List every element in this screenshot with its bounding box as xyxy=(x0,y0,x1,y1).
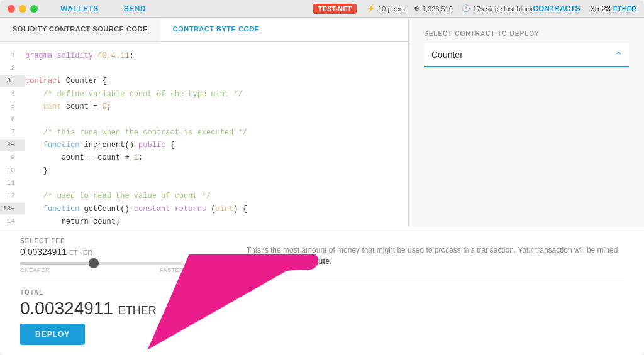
code-line-3: 3+ contract Counter { xyxy=(0,75,408,87)
fee-hint-text: This is the most amount of money that mi… xyxy=(247,246,618,254)
line-num-13: 13+ xyxy=(0,203,25,215)
tab-solidity-source[interactable]: SOLIDITY CONTRACT SOURCE CODE xyxy=(0,18,160,41)
fee-hint-end: . xyxy=(330,257,331,266)
nav-send[interactable]: SEND xyxy=(111,4,158,13)
balance-amount: 35.28 xyxy=(591,4,611,13)
total-unit: ETHER xyxy=(118,304,157,317)
line-num-12: 12 xyxy=(0,190,25,202)
bottom-area: SELECT FEE 0.00324911 ETHER CHEAPER FAST… xyxy=(0,227,644,355)
code-content-1: pragma solidity ^0.4.11; xyxy=(25,50,134,62)
time-since-block: 17s since last block xyxy=(473,5,533,13)
code-content-7: /* this runs when the contract is execut… xyxy=(25,126,247,139)
main-content: SOLIDITY CONTRACT SOURCE CODE CONTRACT B… xyxy=(0,18,644,355)
faster-label: FASTER xyxy=(160,267,184,273)
deploy-section: DEPLOY xyxy=(20,324,624,345)
code-panel: SOLIDITY CONTRACT SOURCE CODE CONTRACT B… xyxy=(0,18,409,227)
line-num-7: 7 xyxy=(0,126,25,138)
code-editor[interactable]: 1 pragma solidity ^0.4.11; 2 3+ contract… xyxy=(0,42,408,227)
minimize-button[interactable] xyxy=(19,5,26,13)
balance-display: 35.28 ETHER xyxy=(591,4,636,13)
line-num-1: 1 xyxy=(0,50,25,62)
fee-value: 0.00324911 xyxy=(20,247,67,257)
line-num-9: 9 xyxy=(0,151,25,163)
content-area: SOLIDITY CONTRACT SOURCE CODE CONTRACT B… xyxy=(0,18,644,227)
code-content-12: /* used to read the value of count */ xyxy=(25,190,211,202)
peers-count: 10 peers xyxy=(378,5,405,13)
fee-hint: This is the most amount of money that mi… xyxy=(247,244,624,267)
fee-hint-bold: usually within a minute xyxy=(247,257,330,266)
block-icon: ⊕ xyxy=(414,4,419,13)
code-content-14: return count; xyxy=(25,216,120,227)
code-line-9: 9 count = count + 1; xyxy=(0,151,408,164)
code-tabs: SOLIDITY CONTRACT SOURCE CODE CONTRACT B… xyxy=(0,18,408,42)
code-content-9: count = count + 1; xyxy=(25,151,143,164)
deploy-button[interactable]: DEPLOY xyxy=(20,324,85,345)
fee-amount: 0.00324911 ETHER xyxy=(20,247,221,257)
code-content-8: function increment() public { xyxy=(25,139,175,151)
slider-labels: CHEAPER FASTER xyxy=(20,267,184,273)
fee-slider-container xyxy=(20,262,221,265)
code-content-13: function getCount() constant returns (ui… xyxy=(25,203,247,216)
contract-select[interactable]: Counter xyxy=(424,43,629,67)
time-icon: 🕐 xyxy=(462,4,470,13)
code-line-5: 5 uint count = 0; xyxy=(0,101,408,113)
code-content-3: contract Counter { xyxy=(25,75,107,87)
code-line-1: 1 pragma solidity ^0.4.11; xyxy=(0,50,408,62)
line-num-5: 5 xyxy=(0,101,25,112)
fee-slider-track xyxy=(20,262,184,265)
code-content-4: /* define variable count of the type uin… xyxy=(25,88,243,101)
balance-unit: ETHER xyxy=(613,5,636,13)
network-badge: TEST-NET xyxy=(313,4,357,14)
titlebar: WALLETS SEND TEST-NET ⚡ 10 peers ⊕ 1,326… xyxy=(0,0,644,18)
code-line-2: 2 xyxy=(0,62,408,75)
status-items: ⚡ 10 peers ⊕ 1,326,510 🕐 17s since last … xyxy=(367,4,533,13)
code-content-10: } xyxy=(25,165,48,177)
peers-icon: ⚡ xyxy=(367,4,375,13)
contract-select-wrapper: Counter ⌃ xyxy=(424,43,629,67)
fee-unit: ETHER xyxy=(69,249,92,256)
code-line-14: 14 return count; xyxy=(0,216,408,227)
line-num-3: 3+ xyxy=(0,75,25,87)
line-num-4: 4 xyxy=(0,88,25,100)
traffic-lights xyxy=(8,5,38,13)
total-label: TOTAL xyxy=(20,289,221,296)
line-num-2: 2 xyxy=(0,62,25,74)
code-content-5: uint count = 0; xyxy=(25,101,111,113)
line-num-14: 14 xyxy=(0,216,25,227)
code-line-8: 8+ function increment() public { xyxy=(0,139,408,151)
line-num-8: 8+ xyxy=(0,139,25,151)
nav-links: WALLETS SEND xyxy=(48,4,303,13)
code-line-4: 4 /* define variable count of the type u… xyxy=(0,88,408,101)
total-left: TOTAL 0.00324911 ETHER xyxy=(20,289,221,319)
fee-slider-thumb[interactable] xyxy=(89,258,99,268)
fee-slider-fill xyxy=(20,262,94,265)
nav-wallets[interactable]: WALLETS xyxy=(48,4,111,13)
select-contract-label: SELECT CONTRACT TO DEPLOY xyxy=(424,30,629,37)
total-value: 0.00324911 xyxy=(20,298,113,318)
contracts-link[interactable]: CONTRACTS xyxy=(533,4,580,13)
line-num-11: 11 xyxy=(0,177,25,189)
cheaper-label: CHEAPER xyxy=(20,267,50,273)
fee-left: SELECT FEE 0.00324911 ETHER CHEAPER FAST… xyxy=(20,238,221,273)
total-amount: 0.00324911 ETHER xyxy=(20,298,221,319)
code-line-6: 6 xyxy=(0,114,408,126)
fee-label: SELECT FEE xyxy=(20,238,221,244)
fee-right: This is the most amount of money that mi… xyxy=(221,238,624,273)
line-num-10: 10 xyxy=(0,165,25,177)
right-panel: SELECT CONTRACT TO DEPLOY Counter ⌃ xyxy=(409,18,644,227)
block-status: ⊕ 1,326,510 xyxy=(414,4,453,13)
code-line-10: 10 } xyxy=(0,165,408,177)
code-line-11: 11 xyxy=(0,177,408,190)
block-number: 1,326,510 xyxy=(422,5,453,13)
peers-status: ⚡ 10 peers xyxy=(367,4,405,13)
fee-section: SELECT FEE 0.00324911 ETHER CHEAPER FAST… xyxy=(20,238,624,273)
line-num-6: 6 xyxy=(0,114,25,126)
code-line-13: 13+ function getCount() constant returns… xyxy=(0,203,408,216)
close-button[interactable] xyxy=(8,5,15,13)
total-section: TOTAL 0.00324911 ETHER xyxy=(20,281,624,319)
code-line-7: 7 /* this runs when the contract is exec… xyxy=(0,126,408,139)
tab-bytecode[interactable]: CONTRACT BYTE CODE xyxy=(160,18,272,41)
maximize-button[interactable] xyxy=(30,5,38,13)
code-line-12: 12 /* used to read the value of count */ xyxy=(0,190,408,202)
time-status: 🕐 17s since last block xyxy=(462,4,533,13)
